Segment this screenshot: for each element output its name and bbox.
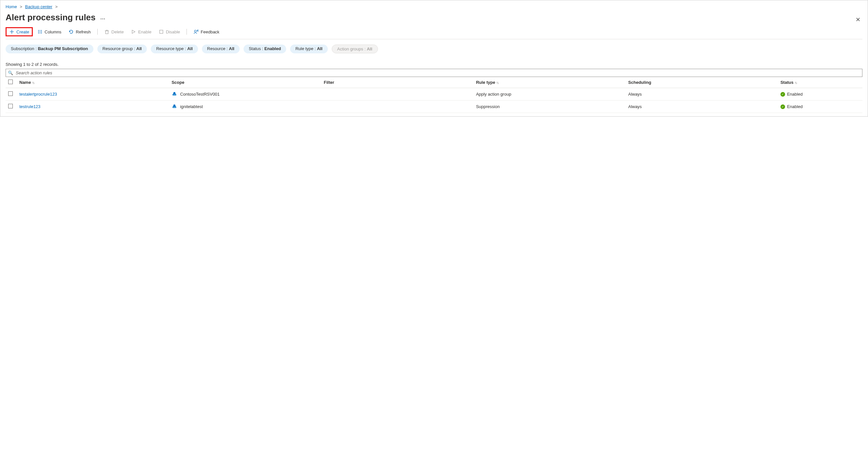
rule-name-link[interactable]: testrule123 bbox=[19, 104, 40, 109]
breadcrumb-separator: > bbox=[20, 4, 22, 9]
create-button[interactable]: Create bbox=[6, 27, 33, 36]
trash-icon bbox=[104, 29, 110, 34]
refresh-button[interactable]: Refresh bbox=[66, 28, 93, 36]
header-name[interactable]: Name↑↓ bbox=[17, 77, 169, 88]
feedback-label: Feedback bbox=[200, 30, 219, 34]
filter-rule-type[interactable]: Rule type : All bbox=[290, 44, 328, 54]
feedback-icon bbox=[193, 29, 199, 34]
filter-status[interactable]: Status : Enabled bbox=[244, 44, 286, 54]
rules-table: Name↑↓ Scope Filter Rule type↑↓ Scheduli… bbox=[6, 77, 862, 113]
status-enabled-icon: ✓ bbox=[780, 104, 785, 109]
enable-label: Enable bbox=[138, 30, 151, 34]
header-rule-type[interactable]: Rule type↑↓ bbox=[473, 77, 625, 88]
rule-type-cell: Suppression bbox=[473, 101, 625, 113]
table-header-row: Name↑↓ Scope Filter Rule type↑↓ Scheduli… bbox=[6, 77, 862, 88]
row-checkbox[interactable] bbox=[6, 88, 17, 101]
table-row[interactable]: testalertprocrule123 ContosoTestRSV001 A… bbox=[6, 88, 862, 101]
svg-point-13 bbox=[194, 30, 196, 32]
svg-rect-8 bbox=[105, 31, 108, 34]
header-checkbox[interactable] bbox=[6, 77, 17, 88]
scope-text: ignitelabtest bbox=[180, 104, 203, 109]
more-actions-icon[interactable]: … bbox=[100, 15, 106, 21]
filter-pills: Subscription : Backup PM Subscription Re… bbox=[6, 44, 862, 54]
svg-point-15 bbox=[173, 107, 176, 108]
vault-icon bbox=[172, 103, 177, 110]
header-scheduling[interactable]: Scheduling bbox=[626, 77, 778, 88]
feedback-button[interactable]: Feedback bbox=[191, 28, 222, 36]
scope-cell: ContosoTestRSV001 bbox=[172, 91, 318, 98]
toolbar-divider bbox=[97, 29, 98, 35]
page-title: Alert processing rules … bbox=[6, 12, 106, 23]
header-filter[interactable]: Filter bbox=[321, 77, 473, 88]
enable-button[interactable]: Enable bbox=[128, 28, 154, 36]
search-icon: 🔍 bbox=[8, 70, 13, 75]
filter-resource-type[interactable]: Resource type : All bbox=[151, 44, 198, 54]
svg-marker-11 bbox=[132, 30, 135, 33]
filter-cell bbox=[321, 88, 473, 101]
status-cell: ✓ Enabled bbox=[780, 92, 860, 97]
rule-name-link[interactable]: testalertprocrule123 bbox=[19, 92, 57, 97]
toolbar-divider bbox=[187, 29, 187, 35]
play-icon bbox=[131, 29, 136, 34]
records-summary: Showing 1 to 2 of 2 records. bbox=[6, 62, 862, 67]
breadcrumb-home[interactable]: Home bbox=[6, 4, 17, 9]
status-text: Enabled bbox=[787, 104, 803, 109]
scheduling-cell: Always bbox=[626, 101, 778, 113]
columns-icon bbox=[37, 29, 42, 34]
delete-button[interactable]: Delete bbox=[102, 28, 127, 36]
refresh-icon bbox=[68, 29, 74, 34]
svg-point-14 bbox=[173, 94, 176, 96]
toolbar: Create Columns Refresh Delete Enable bbox=[6, 27, 862, 39]
search-input[interactable] bbox=[15, 70, 860, 76]
search-bar[interactable]: 🔍 bbox=[6, 69, 862, 77]
filter-action-groups: Action groups : All bbox=[332, 44, 378, 54]
close-icon[interactable]: ✕ bbox=[854, 14, 862, 25]
filter-cell bbox=[321, 101, 473, 113]
svg-rect-12 bbox=[160, 30, 163, 33]
breadcrumb-separator: > bbox=[55, 4, 58, 9]
disable-label: Disable bbox=[166, 30, 180, 34]
disable-button[interactable]: Disable bbox=[156, 28, 183, 36]
delete-label: Delete bbox=[112, 30, 124, 34]
rule-type-cell: Apply action group bbox=[473, 88, 625, 101]
scope-cell: ignitelabtest bbox=[172, 103, 318, 110]
breadcrumb-backup-center[interactable]: Backup center bbox=[25, 4, 53, 9]
plus-icon bbox=[9, 29, 14, 34]
filter-subscription[interactable]: Subscription : Backup PM Subscription bbox=[6, 44, 93, 54]
header-scope[interactable]: Scope bbox=[169, 77, 321, 88]
filter-resource[interactable]: Resource : All bbox=[202, 44, 240, 54]
scope-text: ContosoTestRSV001 bbox=[180, 92, 220, 97]
stop-icon bbox=[159, 29, 164, 34]
filter-resource-group[interactable]: Resource group : All bbox=[97, 44, 147, 54]
scheduling-cell: Always bbox=[626, 88, 778, 101]
page-title-text: Alert processing rules bbox=[6, 12, 96, 23]
table-row[interactable]: testrule123 ignitelabtest Suppression Al… bbox=[6, 101, 862, 113]
breadcrumb: Home > Backup center > bbox=[6, 4, 862, 12]
refresh-label: Refresh bbox=[76, 30, 91, 34]
columns-button[interactable]: Columns bbox=[35, 28, 64, 36]
header-status[interactable]: Status↑↓ bbox=[778, 77, 862, 88]
vault-icon bbox=[172, 91, 177, 98]
status-enabled-icon: ✓ bbox=[780, 92, 785, 97]
status-text: Enabled bbox=[787, 92, 803, 97]
create-label: Create bbox=[17, 30, 29, 34]
row-checkbox[interactable] bbox=[6, 101, 17, 113]
status-cell: ✓ Enabled bbox=[780, 104, 860, 109]
columns-label: Columns bbox=[44, 30, 61, 34]
